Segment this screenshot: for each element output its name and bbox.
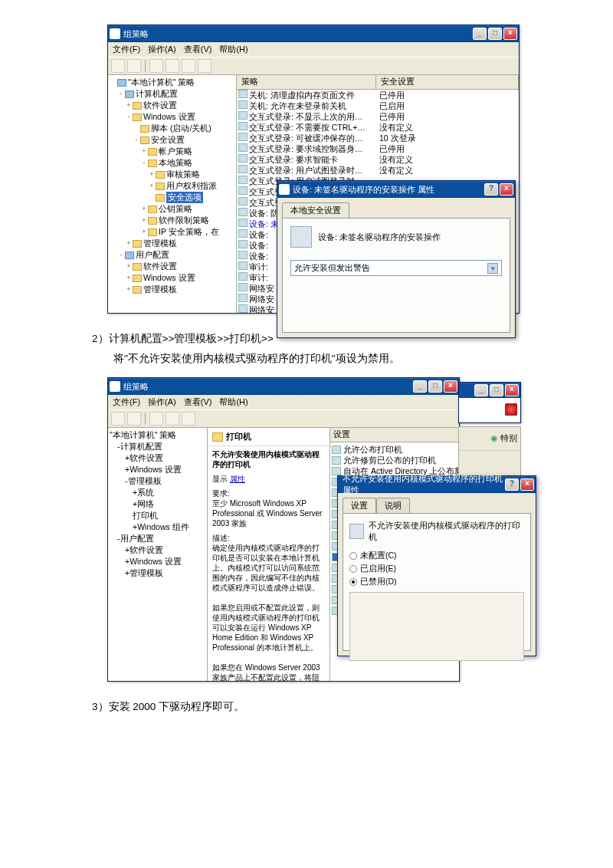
tree-item[interactable]: +软件设置: [110, 100, 234, 111]
tree-item[interactable]: +软件限制策略: [110, 215, 234, 226]
tree-item[interactable]: -计算机配置: [110, 88, 234, 100]
tree-item[interactable]: +管理模板: [110, 284, 234, 295]
tree-item[interactable]: -安全设置: [110, 134, 234, 146]
tree-item[interactable]: 安全选项: [110, 192, 234, 203]
dialog-titlebar[interactable]: 不允许安装使用内核模式驱动程序的打印机 属性 ? ×: [338, 476, 536, 493]
tree-item[interactable]: -用户配置: [110, 249, 234, 261]
close-button[interactable]: ×: [505, 384, 519, 396]
minimize-button[interactable]: _: [473, 28, 487, 40]
titlebar[interactable]: 组策略 _ □ ×: [108, 25, 519, 42]
minimize-button[interactable]: _: [413, 380, 427, 393]
tree-item[interactable]: "本地计算机" 策略: [110, 77, 234, 88]
tree-view[interactable]: "本地计算机" 策略-计算机配置+软件设置-Windows 设置脚本 (启动/关…: [108, 75, 237, 313]
close-button[interactable]: ×: [500, 183, 513, 196]
maximize-button[interactable]: □: [488, 28, 502, 40]
tree-item[interactable]: +Windows 设置: [110, 464, 205, 475]
menu-item[interactable]: 帮助(H): [219, 44, 247, 54]
props-icon[interactable]: [166, 412, 179, 426]
tree-item[interactable]: +IP 安全策略，在: [110, 226, 234, 238]
settings-header[interactable]: 设置: [330, 428, 459, 442]
menu-item[interactable]: 文件(F): [113, 44, 140, 54]
setting-row[interactable]: 允许修剪已公布的打印机: [332, 455, 457, 465]
tree-item[interactable]: -用户配置: [110, 533, 205, 544]
help-icon[interactable]: [182, 412, 195, 426]
tree-item[interactable]: +软件设置: [110, 452, 205, 464]
list-row[interactable]: 交互式登录: 用户试图登录时…没有定义: [237, 165, 519, 176]
tree-item[interactable]: +管理模板: [110, 567, 205, 579]
policy-icon: [290, 226, 312, 248]
menu-item[interactable]: 操作(A): [148, 44, 176, 54]
close-button[interactable]: ×: [444, 380, 457, 393]
forward-icon[interactable]: [127, 59, 141, 73]
menu-item[interactable]: 查看(V): [184, 397, 212, 406]
tree-item[interactable]: -本地策略: [110, 157, 234, 169]
tree-item[interactable]: +软件设置: [110, 544, 205, 556]
radio-option[interactable]: 未配置(C): [349, 551, 524, 561]
menubar[interactable]: 文件(F)操作(A)查看(V)帮助(H): [108, 395, 459, 409]
list-header[interactable]: 策略 安全设置: [237, 75, 519, 90]
help-button[interactable]: ?: [505, 478, 519, 491]
tab-local-security[interactable]: 本地安全设置: [282, 202, 349, 218]
tree-item[interactable]: +Windows 设置: [110, 556, 205, 567]
chevron-down-icon[interactable]: ▾: [487, 263, 498, 274]
tree-item[interactable]: 打印机: [110, 510, 205, 521]
close-button[interactable]: ×: [503, 28, 517, 40]
back-icon[interactable]: [111, 59, 125, 73]
combo-value: 允许安装但发出警告: [294, 262, 370, 274]
menu-item[interactable]: 操作(A): [148, 397, 176, 406]
tree-item[interactable]: -管理模板: [110, 475, 205, 487]
tab-setting[interactable]: 设置: [343, 498, 376, 513]
col-policy[interactable]: 策略: [237, 75, 376, 89]
list-row[interactable]: 关机: 清理虚拟内存页面文件已停用: [237, 90, 519, 100]
action-combo[interactable]: 允许安装但发出警告 ▾: [290, 260, 502, 276]
tab-explain[interactable]: 说明: [376, 498, 410, 513]
maximize-button[interactable]: □: [428, 380, 442, 393]
tree-item[interactable]: -Windows 设置: [110, 111, 234, 123]
list-row[interactable]: 交互式登录: 不需要按 CTRL+…没有定义: [237, 122, 519, 133]
refresh-icon[interactable]: [166, 59, 179, 73]
col-setting[interactable]: 安全设置: [376, 75, 519, 89]
tree-item[interactable]: 脚本 (启动/关机): [110, 123, 234, 134]
toolbar[interactable]: [108, 409, 459, 428]
up-icon[interactable]: [149, 412, 163, 426]
list-row[interactable]: 关机: 允许在未登录前关机已启用: [237, 100, 519, 111]
tree-item[interactable]: +审核策略: [110, 169, 234, 180]
tree-item[interactable]: +系统: [110, 487, 205, 498]
tree-item[interactable]: +软件设置: [110, 261, 234, 272]
minimize-button[interactable]: _: [474, 384, 488, 396]
menu-item[interactable]: 文件(F): [113, 397, 140, 406]
tree-item[interactable]: +管理模板: [110, 238, 234, 249]
tree-item[interactable]: +帐户策略: [110, 146, 234, 157]
tree-item[interactable]: -计算机配置: [110, 441, 205, 452]
help-button[interactable]: ?: [484, 183, 498, 196]
radio-option[interactable]: 已启用(E): [349, 564, 524, 574]
list-row[interactable]: 交互式登录: 要求智能卡没有定义: [237, 154, 519, 165]
side-label[interactable]: 特别: [500, 433, 517, 442]
menu-item[interactable]: 查看(V): [184, 44, 212, 54]
tree-item[interactable]: "本地计算机" 策略: [110, 429, 205, 441]
titlebar[interactable]: 组策略 _ □ ×: [108, 378, 459, 395]
maximize-button[interactable]: □: [490, 384, 503, 396]
close-button[interactable]: ×: [520, 478, 534, 491]
back-icon[interactable]: [111, 412, 125, 426]
export-icon[interactable]: [182, 59, 195, 73]
menubar[interactable]: 文件(F)操作(A)查看(V)帮助(H): [108, 42, 519, 57]
toolbar[interactable]: [108, 57, 519, 75]
tree-item[interactable]: +Windows 组件: [110, 521, 205, 533]
list-row[interactable]: 交互式登录: 不显示上次的用…已停用: [237, 111, 519, 122]
dialog-titlebar[interactable]: 设备: 未签名驱动程序的安装操作 属性 ? ×: [277, 181, 515, 198]
list-row[interactable]: 交互式登录: 可被缓冲保存的…10 次登录: [237, 133, 519, 143]
tree-item[interactable]: +网络: [110, 498, 205, 510]
menu-item[interactable]: 帮助(H): [219, 397, 247, 406]
radio-option[interactable]: 已禁用(D): [349, 577, 524, 587]
help-icon[interactable]: [198, 59, 211, 73]
properties-link[interactable]: 属性: [230, 475, 245, 483]
forward-icon[interactable]: [127, 412, 141, 426]
tree-item[interactable]: +Windows 设置: [110, 272, 234, 284]
tree-item[interactable]: +公钥策略: [110, 203, 234, 215]
list-row[interactable]: 交互式登录: 要求域控制器身…已停用: [237, 143, 519, 154]
tree-item[interactable]: +用户权利指派: [110, 180, 234, 192]
tree-view[interactable]: "本地计算机" 策略-计算机配置+软件设置+Windows 设置-管理模板+系统…: [108, 428, 208, 681]
up-icon[interactable]: [149, 59, 163, 73]
setting-row[interactable]: 允许公布打印机: [332, 444, 457, 455]
